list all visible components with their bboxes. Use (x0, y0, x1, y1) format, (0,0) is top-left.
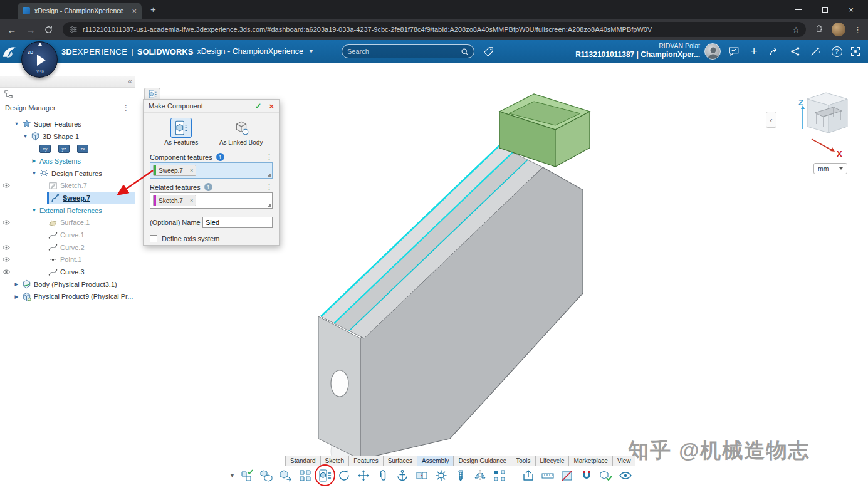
help-icon[interactable]: ? (829, 40, 845, 63)
reload-button[interactable] (44, 25, 55, 34)
tree-item-sweep-7[interactable]: Sweep.7 (0, 192, 135, 204)
component-pattern-icon[interactable] (239, 467, 256, 484)
related-chip-remove-icon[interactable]: × (187, 197, 193, 204)
display-state-icon[interactable] (617, 467, 634, 484)
add-icon[interactable]: + (746, 40, 762, 63)
anchor-component-icon[interactable] (394, 467, 411, 484)
pattern-components-icon[interactable] (491, 467, 508, 484)
back-button[interactable]: ← (6, 24, 18, 35)
search-icon[interactable] (461, 48, 469, 56)
app-switcher-caret-icon[interactable]: ▼ (308, 48, 314, 55)
as-linked-body-button[interactable]: As Linked Body (217, 118, 266, 146)
component-array-icon[interactable] (297, 467, 314, 484)
plane-icon-yz[interactable]: yz (58, 145, 70, 153)
ribbon-tab-tools[interactable]: Tools (511, 456, 535, 466)
window-minimize-button[interactable] (785, 0, 812, 19)
viewcube-collapse-icon[interactable]: ‹ (766, 112, 776, 128)
tab-close-icon[interactable]: × (132, 7, 137, 15)
collapse-arrow-icon[interactable]: ▼ (30, 170, 38, 176)
visibility-eye-icon[interactable] (2, 255, 11, 264)
tree-item-curve-3[interactable]: Curve.3 (0, 266, 135, 278)
units-dropdown[interactable]: mm (813, 163, 847, 174)
tree-item-body-physical-product3-1[interactable]: ▶Body (Physical Product3.1) (0, 278, 135, 291)
expand-arrow-icon[interactable]: ▶ (13, 294, 21, 300)
component-features-field[interactable]: Sweep.7 × (150, 162, 273, 179)
browser-tab[interactable]: xDesign - ChampionXperience × (18, 3, 142, 19)
url-bar[interactable]: r1132101011387-us1-academia-ifwe.3dexper… (63, 22, 806, 37)
axis-z-label[interactable]: Z (798, 98, 803, 107)
extensions-icon[interactable] (813, 24, 824, 34)
ribbon-tab-features[interactable]: Features (348, 456, 383, 466)
site-settings-icon[interactable] (69, 25, 78, 34)
related-features-menu-icon[interactable]: ⋮ (266, 183, 273, 191)
tree-item-axis-systems[interactable]: ▶Axis Systems (0, 155, 135, 167)
component-from-body-icon[interactable] (336, 467, 353, 484)
export-icon[interactable] (520, 467, 537, 484)
app-title[interactable]: xDesign - ChampionXperience (197, 47, 303, 56)
copy-component-icon[interactable] (278, 467, 295, 484)
measure-icon[interactable] (540, 467, 557, 484)
tree-item-physical-product9-physical-pr[interactable]: ▶Physical Product9 (Physical Pr... (0, 291, 135, 303)
panel-menu-icon[interactable]: ⋮ (122, 103, 130, 112)
window-close-button[interactable]: × (838, 0, 864, 19)
make-component-icon[interactable] (316, 467, 333, 484)
tree-item-surface-1[interactable]: Surface.1 (0, 217, 135, 229)
ribbon-tab-assembly[interactable]: Assembly (417, 456, 454, 466)
define-axis-checkbox[interactable] (150, 235, 157, 242)
tree-item-3d-shape-1[interactable]: ▼3D Shape 1 (0, 130, 135, 143)
window-maximize-button[interactable] (812, 0, 838, 19)
collapse-arrow-icon[interactable]: ▼ (13, 121, 21, 127)
component-chip-remove-icon[interactable]: × (187, 167, 193, 174)
collapse-arrow-icon[interactable]: ▼ (30, 207, 38, 213)
related-features-field[interactable]: Sketch.7 × (150, 192, 273, 209)
apps-fullscreen-icon[interactable] (847, 40, 864, 63)
attach-component-icon[interactable] (375, 467, 392, 484)
share-icon[interactable] (766, 40, 782, 63)
related-chip[interactable]: Sketch.7 × (153, 195, 196, 206)
gear-mate-icon[interactable] (433, 467, 450, 484)
interference-check-icon[interactable] (598, 467, 615, 484)
toolbar-overflow-caret-icon[interactable]: ▼ (229, 472, 235, 479)
tree-item-external-references[interactable]: ▼External References (0, 204, 135, 217)
visibility-eye-icon[interactable] (2, 268, 11, 276)
dialog-tab[interactable] (144, 88, 160, 100)
browser-menu-icon[interactable]: ⋮ (854, 25, 862, 34)
tree-item-reference-planes[interactable]: xyyzzx (0, 142, 135, 155)
move-component-icon[interactable] (355, 467, 372, 484)
visibility-eye-icon[interactable] (2, 243, 11, 252)
tree-structure-icon[interactable] (4, 90, 13, 99)
ribbon-tab-surfaces[interactable]: Surfaces (383, 456, 417, 466)
as-features-button[interactable]: As Features (157, 118, 206, 146)
mirror-components-icon[interactable] (472, 467, 489, 484)
tree-item-sketch-7[interactable]: Sketch.7 (0, 179, 135, 192)
ribbon-tab-view[interactable]: View (612, 456, 636, 466)
collaborate-icon[interactable] (787, 40, 803, 63)
new-tab-button[interactable]: + (150, 4, 156, 14)
section-view-icon[interactable] (559, 467, 576, 484)
plane-icon-xy[interactable]: xy (39, 145, 51, 153)
user-block[interactable]: RIDVAN Polat R1132101011387 | ChampionXp… (562, 42, 700, 60)
tools-wand-icon[interactable] (807, 40, 824, 63)
collapse-arrow-icon[interactable]: ▼ (21, 133, 29, 139)
forward-button[interactable]: → (25, 24, 36, 35)
ribbon-tab-marketplace[interactable]: Marketplace (568, 456, 612, 466)
component-chip[interactable]: Sweep.7 × (153, 165, 196, 176)
search-input[interactable] (347, 48, 461, 55)
ribbon-tab-standard[interactable]: Standard (285, 456, 321, 466)
name-input[interactable] (202, 217, 273, 228)
screw-mate-icon[interactable] (452, 467, 469, 484)
tag-icon[interactable] (480, 40, 496, 63)
tree-item-point-1[interactable]: Point.1 (0, 254, 135, 266)
panel-collapse-icon[interactable]: « (128, 77, 132, 86)
plane-icon-zx[interactable]: zx (77, 145, 88, 153)
axis-x-label[interactable]: X (837, 149, 842, 158)
ribbon-tab-design-guidance[interactable]: Design Guidance (453, 456, 511, 466)
ribbon-tab-lifecycle[interactable]: Lifecycle (535, 456, 570, 466)
mate-icon[interactable] (414, 467, 431, 484)
messages-icon[interactable] (726, 40, 742, 63)
tree-item-design-features[interactable]: ▼Design Features (0, 167, 135, 180)
dialog-cancel-icon[interactable]: × (269, 102, 274, 111)
insert-component-icon[interactable] (258, 467, 275, 484)
tree-item-curve-2[interactable]: Curve.2 (0, 241, 135, 254)
visibility-eye-icon[interactable] (2, 181, 11, 190)
